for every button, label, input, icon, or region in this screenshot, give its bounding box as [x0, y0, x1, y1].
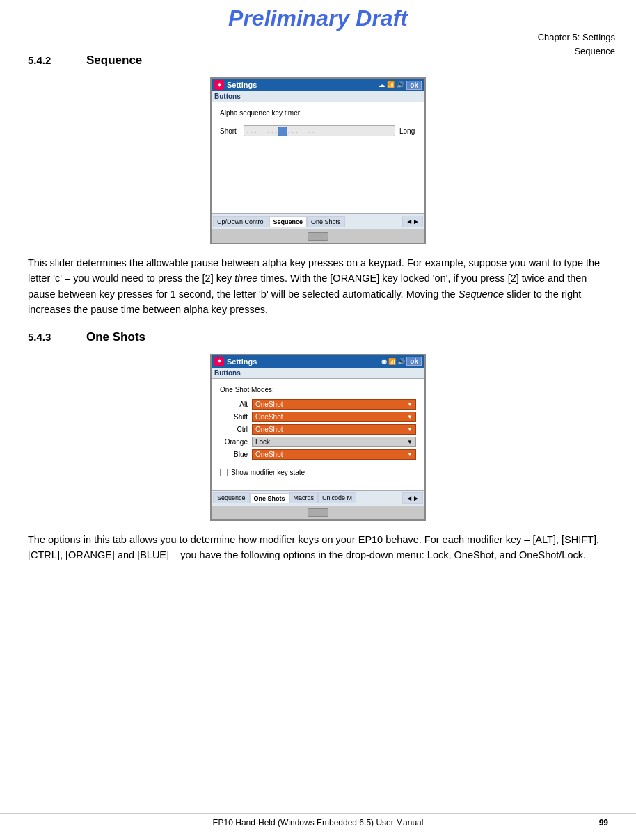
- shift-arrow: ▼: [407, 414, 413, 420]
- tab2-macros[interactable]: Macros: [289, 492, 319, 503]
- page-number: 99: [599, 818, 608, 827]
- oneshot-modes-label: One Shot Modes:: [220, 386, 416, 394]
- shift-dropdown[interactable]: OneShot ▼: [252, 412, 416, 422]
- titlebar2-icons: ◉ 📶 🔊 ok: [381, 357, 422, 366]
- oneshot-row-shift: Shift OneShot ▼: [220, 412, 416, 422]
- sequence-device-screen: ✦ Settings ☁ 📶 🔊 ok Buttons Alpha sequen…: [210, 77, 426, 244]
- signal2-icon: 📶: [388, 358, 396, 365]
- blue-dropdown[interactable]: OneShot ▼: [252, 449, 416, 460]
- orange-value: Lock: [255, 438, 270, 446]
- section-542-body: This slider determines the allowable pau…: [28, 255, 608, 318]
- oneshots-keyboard: [212, 506, 424, 519]
- short-label: Short: [220, 127, 239, 135]
- blue-value: OneShot: [255, 451, 283, 458]
- italic-three: three: [234, 273, 257, 284]
- preliminary-draft-title: Preliminary Draft: [0, 6, 636, 31]
- slider-dots: . . . . . . . . . . . . . . . . .: [244, 129, 395, 134]
- ctrl-value: OneShot: [255, 426, 283, 433]
- oneshot-row-ctrl: Ctrl OneShot ▼: [220, 424, 416, 435]
- sequence-titlebar-label: Settings: [227, 81, 257, 89]
- checkbox-row: Show modifier key state: [220, 469, 416, 476]
- bluetooth-icon: ◉: [381, 358, 387, 365]
- section-542-title: Sequence: [86, 54, 142, 67]
- chapter-line1: Chapter 5: Settings: [538, 31, 615, 45]
- tab2-unicode[interactable]: Unicode M: [318, 492, 356, 503]
- start-icon[interactable]: ✦: [214, 80, 224, 90]
- alt-arrow: ▼: [407, 401, 413, 407]
- main-content: 5.4.2 Sequence ✦ Settings ☁ 📶 🔊 ok Butto…: [0, 34, 636, 584]
- alt-dropdown[interactable]: OneShot ▼: [252, 399, 416, 410]
- section-542-number: 5.4.2: [28, 54, 70, 66]
- slider-track[interactable]: . . . . . . . . . . . . . . . . .: [244, 125, 395, 136]
- volume2-icon: 🔊: [397, 358, 405, 365]
- show-modifier-checkbox[interactable]: [220, 469, 228, 476]
- ctrl-dropdown[interactable]: OneShot ▼: [252, 424, 416, 435]
- chapter-info: Chapter 5: Settings Sequence: [538, 31, 615, 58]
- orange-dropdown[interactable]: Lock ▼: [252, 437, 416, 447]
- tab-scroll-arrow[interactable]: ◄►: [402, 216, 423, 227]
- oneshots-titlebar: ✦ Settings ◉ 📶 🔊 ok: [212, 355, 424, 368]
- blue-arrow: ▼: [407, 451, 413, 458]
- ok-button[interactable]: ok: [406, 81, 422, 90]
- chapter-line2: Sequence: [538, 45, 615, 58]
- oneshots-bottom-tabs: Sequence One Shots Macros Unicode M ◄►: [212, 490, 424, 506]
- section-543-title: One Shots: [86, 330, 145, 344]
- italic-sequence: Sequence: [459, 289, 504, 300]
- oneshots-screen-body: One Shot Modes: Alt OneShot ▼ Shift: [212, 379, 424, 490]
- page-footer: EP10 Hand-Held (Windows Embedded 6.5) Us…: [0, 813, 636, 827]
- oneshots-screenshot-wrap: ✦ Settings ◉ 📶 🔊 ok Buttons One Shot Mod…: [28, 354, 608, 521]
- footer-text: EP10 Hand-Held (Windows Embedded 6.5) Us…: [213, 818, 424, 827]
- tab2-sequence[interactable]: Sequence: [213, 492, 250, 503]
- oneshot-row-blue: Blue OneShot ▼: [220, 449, 416, 460]
- oneshot-row-orange: Orange Lock ▼: [220, 437, 416, 447]
- wifi-icon: ☁: [379, 81, 385, 88]
- ctrl-label: Ctrl: [220, 426, 248, 433]
- sequence-buttons-tab: Buttons: [212, 91, 424, 102]
- tab-sequence[interactable]: Sequence: [269, 216, 308, 227]
- ok-button-2[interactable]: ok: [406, 357, 422, 366]
- signal-icon: 📶: [387, 81, 395, 88]
- oneshots-buttons-tab: Buttons: [212, 368, 424, 379]
- oneshot-row-alt: Alt OneShot ▼: [220, 399, 416, 410]
- oneshots-titlebar-label: Settings: [227, 357, 257, 366]
- sequence-titlebar: ✦ Settings ☁ 📶 🔊 ok: [212, 79, 424, 91]
- sequence-screen-body: Alpha sequence key timer: Short . . . . …: [212, 102, 424, 213]
- long-label: Long: [399, 127, 416, 135]
- checkbox-label: Show modifier key state: [231, 469, 305, 476]
- keyboard-icon-2: [308, 508, 328, 517]
- slider-thumb[interactable]: [278, 127, 287, 136]
- start-icon-2[interactable]: ✦: [214, 357, 224, 366]
- shift-value: OneShot: [255, 413, 283, 421]
- section-543-number: 5.4.3: [28, 331, 70, 343]
- alt-value: OneShot: [255, 401, 283, 408]
- tab-one-shots[interactable]: One Shots: [307, 216, 345, 227]
- page-header: Preliminary Draft: [0, 0, 636, 34]
- orange-arrow: ▼: [407, 439, 413, 445]
- slider-label: Alpha sequence key timer:: [220, 109, 416, 117]
- shift-label: Shift: [220, 413, 248, 421]
- keyboard-icon: [308, 232, 328, 241]
- blue-label: Blue: [220, 451, 248, 458]
- sequence-keyboard: [212, 229, 424, 243]
- titlebar-icons: ☁ 📶 🔊 ok: [379, 81, 422, 90]
- section-543-body: The options in this tab allows you to de…: [28, 532, 608, 563]
- tab2-scroll-arrow[interactable]: ◄►: [402, 492, 423, 504]
- sequence-bottom-tabs: Up/Down Control Sequence One Shots ◄►: [212, 213, 424, 229]
- ctrl-arrow: ▼: [407, 426, 413, 433]
- oneshots-device-screen: ✦ Settings ◉ 📶 🔊 ok Buttons One Shot Mod…: [210, 354, 426, 521]
- tab-updown-control[interactable]: Up/Down Control: [213, 216, 269, 227]
- section-543-heading: 5.4.3 One Shots: [28, 330, 608, 344]
- oneshot-table: Alt OneShot ▼ Shift OneShot ▼: [220, 396, 416, 465]
- section-542-heading: 5.4.2 Sequence: [28, 54, 608, 67]
- sequence-screenshot-wrap: ✦ Settings ☁ 📶 🔊 ok Buttons Alpha sequen…: [28, 77, 608, 244]
- tab2-one-shots[interactable]: One Shots: [250, 493, 289, 503]
- orange-label: Orange: [220, 438, 248, 446]
- volume-icon: 🔊: [397, 81, 404, 88]
- slider-row: Short . . . . . . . . . . . . . . . . . …: [220, 125, 416, 136]
- alt-label: Alt: [220, 401, 248, 408]
